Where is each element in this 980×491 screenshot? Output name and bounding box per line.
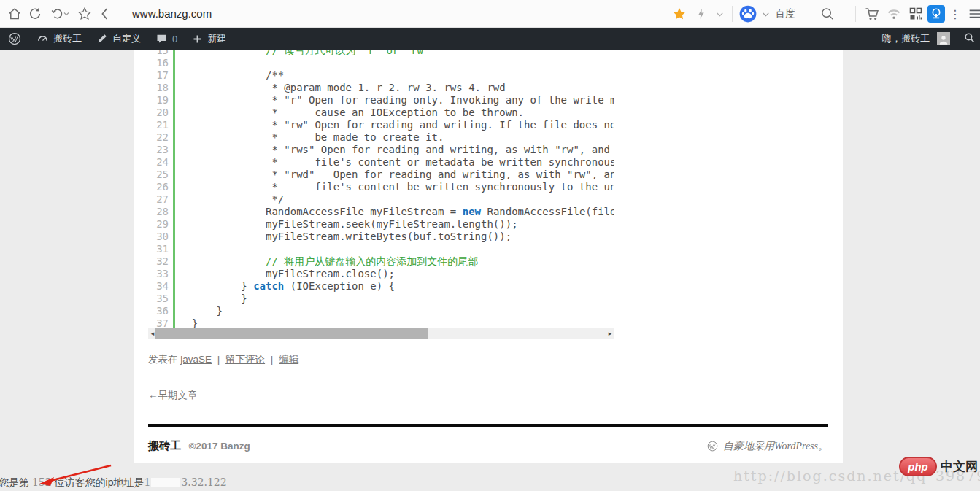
code-line: 20 * cause an IOException to be thrown.	[148, 107, 614, 119]
post-content-panel: 15 // 读写方式可以为 "r" or "rw"1617 /**18 * @p…	[134, 50, 843, 463]
chevron-down-icon	[62, 9, 71, 18]
browser-toolbar: www.banzg.com	[0, 0, 980, 28]
toolbar-divider	[855, 6, 856, 22]
flash-icon[interactable]	[691, 4, 711, 24]
wp-logo-menu[interactable]	[0, 28, 29, 50]
toolbar-divider	[732, 6, 733, 22]
dashboard-gauge-icon	[36, 33, 49, 45]
site-footer: 搬砖工 ©2017 Banzg 自豪地采用WordPress。	[148, 424, 828, 453]
edit-link[interactable]: 编辑	[279, 354, 298, 365]
apps-grid-icon[interactable]	[906, 4, 926, 24]
meta-separator: |	[217, 354, 220, 365]
code-line: 30 myFileStream.writeBytes(buf.toString(…	[148, 231, 614, 243]
footer-left: 搬砖工 ©2017 Banzg	[148, 439, 250, 453]
code-line: 15 // 读写方式可以为 "r" or "rw"	[148, 50, 614, 57]
favorite-star-filled-icon[interactable]	[669, 4, 690, 24]
visitor-prefix: 您是第	[0, 476, 29, 488]
baidu-icon[interactable]	[738, 4, 757, 23]
comments-count: 0	[172, 34, 177, 45]
meta-separator: |	[271, 354, 274, 365]
toolbar-divider	[120, 6, 120, 22]
admin-bar-new[interactable]: 新建	[185, 28, 234, 50]
code-line: 26 * file's content be written synchrono…	[148, 181, 614, 193]
code-line: 17 /**	[148, 69, 614, 82]
comment-bubble-icon	[155, 33, 168, 45]
older-posts-link[interactable]: ←早期文章	[148, 389, 198, 402]
php-logo-pill: php	[899, 457, 937, 476]
address-bar[interactable]: www.banzg.com	[132, 7, 212, 20]
code-line: 24 * file's content or metadata be writt…	[148, 156, 614, 169]
code-line: 25 * "rwd" Open for reading and writing,…	[148, 169, 614, 181]
posted-in-label: 发表在	[148, 354, 178, 365]
paintbrush-icon	[96, 33, 108, 45]
post-meta-line: 发表在 javaSE | 留下评论 | 编辑	[148, 353, 843, 366]
wifi-icon[interactable]	[884, 4, 904, 24]
admin-bar-customize-label: 自定义	[112, 32, 141, 45]
code-line: 37 }	[148, 317, 614, 328]
code-line: 16	[148, 57, 614, 69]
search-engine-label[interactable]: 百度	[775, 7, 795, 20]
admin-bar-site-name: 搬砖工	[53, 32, 82, 45]
code-line: 22 * be made to create it.	[148, 131, 614, 144]
railway-12306-icon[interactable]	[927, 5, 945, 23]
red-annotation-arrow	[29, 460, 120, 491]
ip-start: 1	[144, 476, 150, 488]
admin-bar-comments[interactable]: 0	[148, 28, 185, 50]
admin-bar-new-label: 新建	[207, 32, 226, 45]
scroll-right-arrow-icon[interactable]: ▸	[606, 328, 614, 339]
code-line: 21 * "rw" Open for reading and writing. …	[148, 119, 614, 131]
admin-search-icon[interactable]	[963, 31, 976, 46]
code-line: 36 }	[148, 305, 614, 317]
code-block: 15 // 读写方式可以为 "r" or "rw"1617 /**18 * @p…	[148, 50, 614, 339]
kebab-menu-icon[interactable]: ⋮	[946, 7, 964, 21]
ip-obscured-box	[151, 478, 180, 487]
category-link[interactable]: javaSE	[180, 354, 212, 365]
code-line: 31	[148, 243, 614, 255]
code-line: 18 * @param mode 1. r 2. rw 3. rws 4. rw…	[148, 82, 614, 94]
php-cn-logo: php 中文网	[899, 457, 978, 476]
code-line: 35 }	[148, 293, 614, 305]
code-line: 32 // 将用户从键盘输入的内容添加到文件的尾部	[148, 255, 614, 268]
code-line: 33 myFileStream.close();	[148, 268, 614, 280]
undo-icon[interactable]	[45, 4, 74, 24]
code-line: 28 RandomAccessFile myFileStream = new R…	[148, 206, 614, 218]
wordpress-icon	[7, 31, 22, 46]
code-line: 27 */	[148, 193, 614, 206]
admin-bar-site-menu[interactable]: 搬砖工	[29, 28, 89, 50]
footer-site-name[interactable]: 搬砖工	[148, 439, 181, 452]
wp-admin-bar: 搬砖工 自定义 0 新建 嗨，搬砖工	[0, 28, 980, 50]
wp-credit-text[interactable]: 自豪地采用WordPress。	[723, 440, 828, 453]
chevron-down-icon[interactable]	[759, 4, 772, 24]
chevron-down-icon[interactable]	[713, 4, 726, 24]
back-icon[interactable]	[95, 4, 115, 24]
code-line: 23 * "rws" Open for reading and writing,…	[148, 144, 614, 156]
code-line: 34 } catch (IOException e) {	[148, 280, 614, 293]
php-cn-label: 中文网	[941, 458, 978, 475]
footer-copyright: ©2017 Banzg	[188, 441, 250, 452]
code-line: 29 myFileStream.seek(myFileStream.length…	[148, 218, 614, 231]
page-background: 15 // 读写方式可以为 "r" or "rw"1617 /**18 * @p…	[0, 50, 980, 491]
ip-end: 3.32.122	[181, 476, 226, 488]
admin-bar-greeting[interactable]: 嗨，搬砖工	[882, 32, 930, 45]
bookmark-star-icon[interactable]	[74, 4, 95, 24]
search-icon[interactable]	[817, 4, 838, 24]
cart-icon[interactable]	[862, 4, 882, 24]
code-lines: 15 // 读写方式可以为 "r" or "rw"1617 /**18 * @p…	[148, 50, 614, 328]
footer-wp-credit: 自豪地采用WordPress。	[706, 440, 828, 453]
hamburger-menu-icon[interactable]	[965, 4, 980, 24]
code-line: 19 * "r" Open for reading only. Invoking…	[148, 94, 614, 107]
avatar[interactable]	[937, 32, 950, 45]
code-horizontal-scrollbar[interactable]: ◂ ▸	[148, 328, 614, 339]
scrollbar-thumb[interactable]	[155, 328, 428, 339]
admin-bar-customize[interactable]: 自定义	[89, 28, 148, 50]
plus-icon	[192, 34, 203, 45]
refresh-icon[interactable]	[25, 4, 45, 24]
leave-comment-link[interactable]: 留下评论	[225, 354, 265, 365]
home-icon[interactable]	[4, 4, 25, 24]
wordpress-icon	[706, 440, 719, 452]
